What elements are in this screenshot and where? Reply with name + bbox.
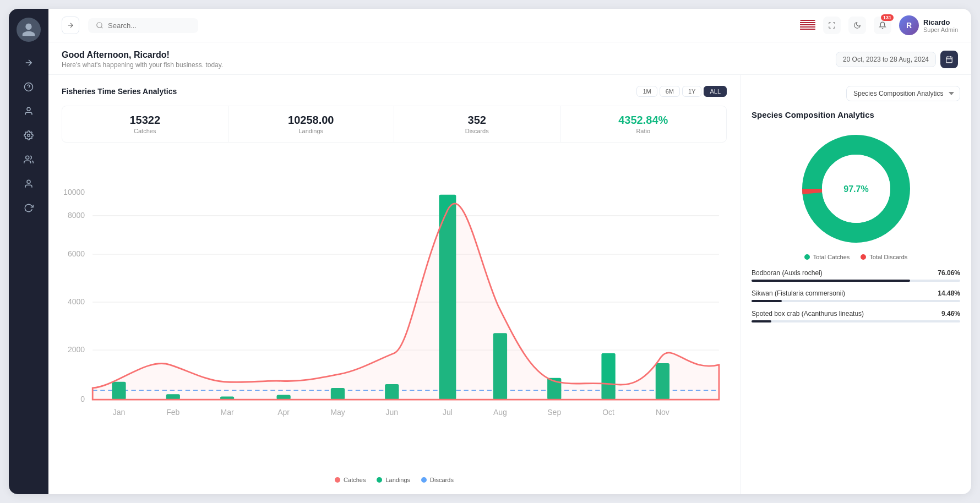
donut-center-label: 97.7% — [843, 184, 868, 194]
donut-legend-discards: Total Discards — [861, 254, 907, 260]
stats-row: 15322 Catches 10258.00 Landings 352 Disc… — [62, 106, 727, 143]
species-pct-2: 9.46% — [941, 310, 960, 318]
stat-landings-value: 10258.00 — [239, 114, 383, 127]
greeting-subtitle: Here's what's happening with your fish b… — [62, 61, 223, 69]
svg-text:0: 0 — [80, 395, 85, 403]
species-header-0: Bodboran (Auxis rochei) 76.06% — [752, 269, 960, 277]
time-buttons: 1M 6M 1Y ALL — [636, 86, 727, 97]
user-profile[interactable]: R Ricardo Super Admin — [899, 15, 958, 35]
species-title: Species Composition Analytics — [752, 110, 960, 119]
stat-discards-label: Discards — [405, 128, 549, 134]
chart-panel: Fisheries Time Series Analytics 1M 6M 1Y… — [48, 75, 740, 494]
flag-us — [800, 20, 815, 31]
date-range-text: 20 Oct, 2023 to 28 Aug, 2024 — [836, 52, 936, 67]
greeting-title: Good Afternoon, Ricardo! — [62, 50, 223, 60]
donut-discards-dot — [861, 254, 866, 260]
app-wrapper: 131 R Ricardo Super Admin — [0, 0, 980, 503]
species-name-0: Bodboran (Auxis rochei) — [752, 269, 823, 277]
species-bar-bg-0 — [752, 280, 960, 282]
stat-landings-label: Landings — [239, 128, 383, 134]
sidebar-nav-user[interactable] — [19, 101, 39, 121]
stat-discards: 352 Discards — [394, 106, 560, 142]
donut-legend: Total Catches Total Discards — [804, 254, 908, 260]
user-name: Ricardo — [923, 18, 958, 26]
stat-ratio: 4352.84% Ratio — [560, 106, 727, 142]
user-avatar: R — [899, 15, 919, 35]
chart-header: Fisheries Time Series Analytics 1M 6M 1Y… — [62, 86, 727, 97]
legend-catches-dot — [335, 477, 340, 483]
legend-landings: Landings — [377, 477, 410, 483]
stat-discards-value: 352 — [405, 114, 549, 127]
svg-text:Jun: Jun — [385, 408, 398, 417]
species-header-1: Sikwan (Fistularia commersonii) 14.48% — [752, 289, 960, 297]
right-panel: Species Composition Analytics Species Co… — [740, 75, 971, 494]
fullscreen-btn[interactable] — [823, 17, 841, 34]
sidebar-nav-refresh[interactable] — [19, 198, 39, 218]
species-list: Bodboran (Auxis rochei) 76.06% Sikwan (F… — [752, 269, 960, 322]
donut-discards-label: Total Discards — [869, 254, 907, 260]
svg-text:Oct: Oct — [602, 408, 614, 417]
sidebar-nav-forward[interactable] — [19, 53, 39, 73]
svg-point-1 — [28, 134, 30, 137]
time-btn-1m[interactable]: 1M — [636, 86, 657, 97]
stat-catches-value: 15322 — [73, 114, 217, 127]
donut-catches-dot — [804, 254, 810, 260]
species-pct-1: 14.48% — [938, 289, 960, 297]
species-item-0: Bodboran (Auxis rochei) 76.06% — [752, 269, 960, 282]
legend-discards-label: Discards — [430, 477, 454, 483]
chart-legend: Catches Landings Discards — [62, 477, 727, 483]
sidebar — [9, 9, 48, 494]
species-bar-fill-0 — [752, 280, 910, 282]
svg-text:Sep: Sep — [547, 408, 561, 417]
panels-row: Fisheries Time Series Analytics 1M 6M 1Y… — [48, 75, 971, 494]
species-bar-fill-1 — [752, 300, 782, 302]
sidebar-nav-settings[interactable] — [19, 125, 39, 145]
svg-text:Jul: Jul — [443, 408, 453, 417]
time-btn-1y[interactable]: 1Y — [682, 86, 701, 97]
donut-container: 97.7% Total Catches Total Discards — [752, 128, 960, 260]
svg-rect-3 — [946, 57, 952, 63]
chart-title: Fisheries Time Series Analytics — [62, 87, 177, 96]
greeting-bar: Good Afternoon, Ricardo! Here's what's h… — [48, 42, 971, 75]
notifications-btn[interactable]: 131 — [874, 17, 891, 34]
stat-landings: 10258.00 Landings — [228, 106, 395, 142]
species-item-2: Spoted box crab (Acanthurus lineatus) 9.… — [752, 310, 960, 322]
species-name-1: Sikwan (Fistularia commersonii) — [752, 289, 845, 297]
sidebar-nav-help[interactable] — [19, 77, 39, 97]
panel-dropdown[interactable]: Species Composition Analytics — [846, 86, 960, 101]
svg-text:Aug: Aug — [493, 408, 507, 417]
donut-legend-catches: Total Catches — [804, 254, 850, 260]
panel-select: Species Composition Analytics — [752, 86, 960, 101]
svg-text:6000: 6000 — [68, 249, 85, 258]
main-card: 131 R Ricardo Super Admin — [9, 9, 971, 494]
sidebar-nav-profile2[interactable] — [19, 174, 39, 194]
legend-catches: Catches — [335, 477, 366, 483]
date-picker-btn[interactable] — [940, 51, 958, 68]
svg-text:May: May — [330, 408, 345, 417]
search-box — [88, 18, 198, 33]
species-bar-bg-1 — [752, 300, 960, 302]
darkmode-btn[interactable] — [848, 17, 866, 34]
svg-text:10000: 10000 — [63, 188, 85, 196]
svg-text:2000: 2000 — [68, 345, 85, 354]
user-role: Super Admin — [923, 26, 958, 33]
back-button[interactable] — [62, 17, 79, 34]
svg-text:4000: 4000 — [68, 297, 85, 306]
stat-catches: 15322 Catches — [62, 106, 228, 142]
chart-svg: 0 2000 4000 6000 8000 10000 — [62, 151, 727, 470]
legend-landings-label: Landings — [385, 477, 410, 483]
sidebar-nav-group[interactable] — [19, 150, 39, 170]
content-area: 131 R Ricardo Super Admin — [48, 9, 971, 494]
topbar: 131 R Ricardo Super Admin — [48, 9, 971, 42]
donut-svg: 97.7% — [796, 128, 917, 249]
stat-ratio-value: 4352.84% — [571, 114, 716, 127]
time-btn-all[interactable]: ALL — [704, 86, 727, 97]
svg-text:Mar: Mar — [221, 408, 234, 417]
time-btn-6m[interactable]: 6M — [660, 86, 680, 97]
sidebar-avatar — [17, 18, 41, 42]
species-name-2: Spoted box crab (Acanthurus lineatus) — [752, 310, 864, 318]
species-bar-bg-2 — [752, 320, 960, 322]
search-input[interactable] — [108, 21, 185, 30]
svg-text:Jan: Jan — [113, 408, 126, 417]
date-range: 20 Oct, 2023 to 28 Aug, 2024 — [836, 51, 958, 68]
